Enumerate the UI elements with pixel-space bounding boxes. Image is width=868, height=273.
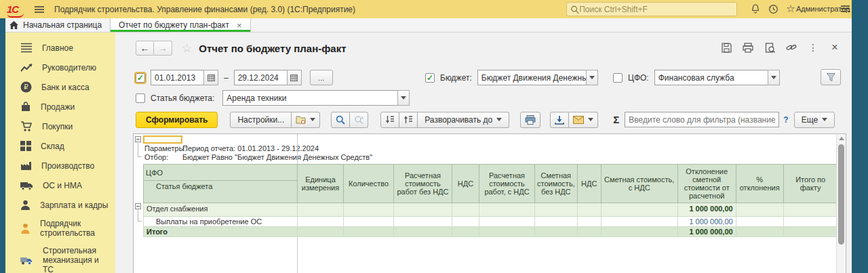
budget-dropdown-icon[interactable] — [586, 70, 598, 85]
worker-icon — [20, 223, 31, 234]
filter-settings-button[interactable] — [821, 69, 841, 85]
calendar-icon[interactable] — [287, 70, 302, 85]
col-header-dev-pct[interactable]: % отклонения — [736, 165, 783, 203]
favorite-star-icon[interactable]: ☆ — [182, 41, 192, 56]
sidebar-item-bank-kassa[interactable]: ₽ Банк и касса — [5, 77, 115, 97]
settings-button[interactable]: Настройки... — [230, 112, 292, 128]
more-button[interactable]: Еще — [794, 112, 835, 128]
period-checkbox[interactable]: ✓ — [136, 73, 145, 83]
sidebar-item-prodazhi[interactable]: Продажи — [5, 97, 115, 117]
tab-report[interactable]: Отчет по бюджету план-факт × — [110, 18, 250, 32]
sidebar-item-zarplata[interactable]: Зарплата и кадры — [5, 195, 115, 215]
funnel-icon — [827, 73, 835, 81]
save-icon[interactable] — [719, 41, 734, 54]
topbar: 1С Подрядчик строительства. Управление ф… — [0, 0, 868, 18]
report-filter-line[interactable]: Отбор: Бюджет Равно "Бюджет Движения Ден… — [144, 153, 168, 161]
truck-icon — [20, 181, 33, 190]
report-spreadsheet[interactable]: Параметры: Период отчета: 01.01.2013 - 2… — [133, 133, 846, 273]
window-edge-right — [852, 0, 868, 273]
tab-home-label: Начальная страница — [23, 20, 102, 30]
report-params-line[interactable]: Параметры: Период отчета: 01.01.2013 - 2… — [144, 144, 186, 152]
quick-filter-input[interactable] — [625, 112, 779, 127]
global-search[interactable] — [566, 2, 737, 16]
sidebar-item-glavnoe[interactable]: Главное — [5, 38, 115, 58]
preview-icon[interactable] — [762, 41, 777, 54]
period-options-button[interactable]: ... — [310, 70, 333, 85]
col-header-vat1[interactable]: НДС — [452, 165, 479, 203]
table-row-group: Отдел снабжения 1 000 000,00 — [144, 203, 838, 217]
generate-button[interactable]: Сформировать — [136, 112, 218, 128]
sidebar-item-sklad[interactable]: Склад — [5, 136, 115, 156]
window-title: Подрядчик строительства. Управление фина… — [54, 5, 355, 14]
cfo-dropdown-icon[interactable] — [768, 70, 780, 85]
detail-name-cell[interactable]: Выплаты на приобретение ОС — [144, 217, 298, 227]
tab-report-label: Отчет по бюджету план-факт — [119, 20, 229, 30]
vertical-scrollbar[interactable] — [836, 135, 845, 273]
col-header-article[interactable]: Статья бюджета — [144, 181, 298, 203]
col-header-est-vat[interactable]: Сметная стоимость, с НДС — [601, 165, 677, 203]
history-icon[interactable] — [766, 3, 780, 15]
collapse-groups-button[interactable] — [380, 112, 399, 128]
col-header-unit[interactable]: Единица измерения — [298, 165, 344, 203]
sidebar-item-pokupki[interactable]: Покупки — [5, 117, 115, 136]
sidebar-item-mehanizaciya[interactable]: Строительная механизация и ТС — [5, 242, 115, 273]
params-group-expander-icon[interactable] — [135, 136, 141, 142]
sidebar-item-proizvodstvo[interactable]: Производство — [5, 156, 115, 175]
col-header-calc-vat[interactable]: Расчетная стоимость работ, с НДС — [479, 165, 535, 203]
send-email-button[interactable] — [569, 112, 598, 128]
tab-close-icon[interactable]: × — [237, 20, 242, 30]
detail-deviation-cell[interactable]: 1 000 000,00 — [677, 217, 736, 227]
print-icon[interactable] — [741, 41, 755, 54]
sidebar-item-podryadchik[interactable]: Подрядчик строительства — [5, 215, 115, 242]
sidebar-item-os-nma[interactable]: ОС и НМА — [5, 175, 115, 195]
scroll-up-icon[interactable] — [839, 137, 844, 140]
col-header-calc-no-vat[interactable]: Расчетная стоимость работ без НДС — [394, 165, 452, 203]
more-dots-icon[interactable]: ⋮ — [806, 41, 821, 54]
article-value[interactable]: Аренда техники — [222, 90, 397, 106]
favorites-star-icon[interactable]: ☆ — [784, 3, 797, 15]
group-deviation-cell[interactable]: 1 000 000,00 — [677, 203, 736, 217]
export-button[interactable] — [550, 112, 569, 128]
total-deviation-cell[interactable]: 1 000 000,00 — [677, 227, 736, 237]
close-form-icon[interactable]: × — [827, 41, 842, 54]
sidebar-item-rukovoditelyu[interactable]: Руководителю — [5, 58, 115, 77]
budget-checkbox[interactable]: ✓ — [425, 73, 435, 83]
back-button[interactable]: ← — [136, 41, 154, 56]
report-variants-button[interactable] — [292, 112, 320, 128]
main-menu-icon[interactable] — [34, 5, 45, 14]
global-search-input[interactable] — [579, 5, 733, 14]
date-range-dash: – — [224, 73, 229, 83]
notifications-bell-icon[interactable] — [749, 3, 762, 15]
user-menu-icon[interactable] — [838, 3, 852, 15]
cfo-value[interactable]: Финансовая служба — [654, 70, 768, 85]
home-icon — [9, 21, 18, 29]
calendar-icon[interactable] — [203, 70, 218, 85]
date-from-input[interactable] — [151, 70, 203, 85]
col-header-cfo[interactable]: ЦФО — [144, 165, 298, 181]
expand-to-button[interactable]: Разворачивать до — [418, 112, 509, 128]
col-header-deviation[interactable]: Отклонение сметной стоимости от расчетно… — [677, 165, 736, 203]
selected-cell[interactable] — [143, 135, 182, 144]
row-group-expander-icon[interactable] — [135, 203, 141, 209]
report-table: ЦФО Единица измерения Количество Расчетн… — [143, 164, 838, 237]
group-name-cell[interactable]: Отдел снабжения — [144, 203, 298, 217]
find-button[interactable] — [331, 112, 350, 128]
article-dropdown-icon[interactable] — [397, 90, 410, 106]
link-icon[interactable] — [784, 41, 799, 54]
article-checkbox[interactable] — [136, 93, 145, 103]
budget-combo: Бюджет Движения Денежных Сре — [477, 70, 598, 85]
expand-groups-button[interactable] — [399, 112, 418, 128]
date-to-input[interactable] — [234, 70, 287, 85]
col-header-vat2[interactable]: НДС — [577, 165, 601, 203]
col-header-total-fact[interactable]: Итого по факту — [783, 165, 837, 203]
help-icon[interactable]: ? — [783, 115, 788, 125]
scrollbar-thumb[interactable] — [838, 144, 844, 245]
col-header-qty[interactable]: Количество — [344, 165, 394, 203]
tab-home[interactable]: Начальная страница — [0, 18, 110, 32]
budget-value[interactable]: Бюджет Движения Денежных Сре — [477, 70, 586, 85]
cfo-checkbox[interactable] — [613, 73, 623, 83]
col-header-est-no-vat[interactable]: Сметная стоимость, без НДС — [535, 165, 578, 203]
sum-sigma-icon[interactable]: Σ — [613, 114, 619, 125]
total-name-cell[interactable]: Итого — [144, 227, 298, 237]
print-button[interactable] — [520, 112, 540, 128]
